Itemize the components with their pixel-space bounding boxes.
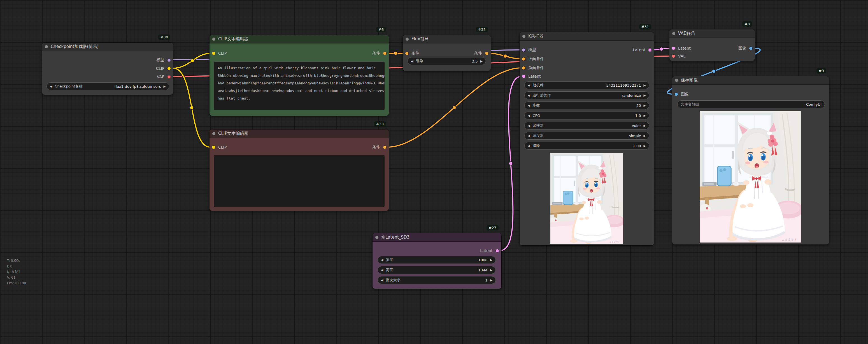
node-title-bar[interactable]: CLIP文本编码器 xyxy=(210,130,389,138)
input-slot-conditioning[interactable] xyxy=(405,52,409,55)
node-id-badge: #33 xyxy=(374,121,386,127)
node-checkpoint-loader[interactable]: #30 Checkpoint加载器(简易) 模型 CLIP VAE ◀ Chec… xyxy=(42,42,173,95)
output-slot-conditioning[interactable] xyxy=(383,52,386,55)
node-ksampler[interactable]: #31 K采样器 模型 Latent 正面条件 负面条件 Latent ◀ 随机… xyxy=(520,32,654,245)
widget-scheduler[interactable]: ◀ 调度器 simple ▶ xyxy=(524,132,649,140)
output-label-conditioning: 条件 xyxy=(372,145,380,150)
graph-canvas[interactable]: #30 Checkpoint加载器(简易) 模型 CLIP VAE ◀ Chec… xyxy=(0,0,868,344)
increment-arrow-icon[interactable]: ▶ xyxy=(644,94,646,97)
input-slot-clip[interactable] xyxy=(212,52,215,55)
decrement-arrow-icon[interactable]: ◀ xyxy=(528,94,530,97)
widget-checkpoint-name[interactable]: ◀ Checkpoint名称 flux1-dev-fp8.safetensors… xyxy=(46,82,169,90)
node-save-image[interactable]: #9 保存图像 图像 文件名前缀 ComfyUI xyxy=(672,76,829,245)
decrement-arrow-icon[interactable]: ◀ xyxy=(381,268,383,272)
widget-batch-size[interactable]: ◀ 批次大小 1 ▶ xyxy=(378,276,496,284)
node-title-bar[interactable]: VAE解码 xyxy=(670,29,755,38)
node-title-bar[interactable]: 保存图像 xyxy=(672,76,829,85)
widget-value: 1 xyxy=(485,278,487,282)
increment-arrow-icon[interactable]: ▶ xyxy=(490,258,492,262)
link-midpoint-dot[interactable] xyxy=(660,47,663,51)
decrement-arrow-icon[interactable]: ◀ xyxy=(528,84,530,87)
increment-arrow-icon[interactable]: ▶ xyxy=(644,84,646,87)
widget-sampler-name[interactable]: ◀ 采样器 euler ▶ xyxy=(524,122,649,130)
node-id-badge: #35 xyxy=(476,27,488,32)
increment-arrow-icon[interactable]: ▶ xyxy=(644,134,646,137)
increment-arrow-icon[interactable]: ▶ xyxy=(480,60,483,63)
widget-guidance[interactable]: ◀ 引导 3.5 ▶ xyxy=(407,57,486,65)
decrement-arrow-icon[interactable]: ◀ xyxy=(381,258,383,262)
widget-steps[interactable]: ◀ 步数 20 ▶ xyxy=(524,102,649,109)
decrement-arrow-icon[interactable]: ◀ xyxy=(528,144,530,147)
widget-seed[interactable]: ◀ 随机种 543211169352171 ▶ xyxy=(524,81,649,89)
node-clip-text-encode-positive[interactable]: #6 CLIP文本编码器 CLIP 条件 An illustration of … xyxy=(210,35,389,116)
increment-arrow-icon[interactable]: ▶ xyxy=(163,85,166,88)
input-slot-model[interactable] xyxy=(522,48,525,52)
node-title-bar[interactable]: Flux引导 xyxy=(403,35,491,44)
decrement-arrow-icon[interactable]: ◀ xyxy=(528,104,530,107)
widget-cfg[interactable]: ◀ CFG 1.0 ▶ xyxy=(524,112,649,119)
output-slot-image[interactable] xyxy=(749,47,753,50)
increment-arrow-icon[interactable]: ▶ xyxy=(490,279,492,282)
input-slot-latent[interactable] xyxy=(672,47,675,50)
node-empty-latent-sd3[interactable]: #27 空Latent_SD3 Latent ◀ 宽度 1008 ▶ ◀ 高度 … xyxy=(373,233,501,289)
output-slot-latent[interactable] xyxy=(495,249,499,253)
decrement-arrow-icon[interactable]: ◀ xyxy=(381,279,383,282)
collapse-dot-icon[interactable] xyxy=(675,79,678,82)
link-midpoint-dot[interactable] xyxy=(509,162,513,165)
prompt-textarea[interactable] xyxy=(214,155,384,207)
widget-control-after-generate[interactable]: ◀ 运行后操作 randomize ▶ xyxy=(524,91,649,99)
increment-arrow-icon[interactable]: ▶ xyxy=(490,268,492,272)
wire-flux-to-positive xyxy=(489,53,522,59)
collapse-dot-icon[interactable] xyxy=(212,132,215,135)
increment-arrow-icon[interactable]: ▶ xyxy=(644,114,646,117)
node-title-bar[interactable]: CLIP文本编码器 xyxy=(210,35,389,44)
output-slot-vae[interactable] xyxy=(167,75,171,79)
link-midpoint-dot[interactable] xyxy=(453,106,456,109)
input-slot-clip[interactable] xyxy=(212,145,215,149)
node-title: 保存图像 xyxy=(681,78,698,83)
prompt-line: ähd bédehwjehmhThpfbaérahdtffedsempsaànd… xyxy=(218,79,381,87)
output-slot-latent[interactable] xyxy=(648,48,652,52)
collapse-dot-icon[interactable] xyxy=(45,45,48,48)
collapse-dot-icon[interactable] xyxy=(522,35,525,38)
input-slot-positive[interactable] xyxy=(522,57,525,61)
output-slot-model[interactable] xyxy=(167,58,171,62)
link-midpoint-dot[interactable] xyxy=(712,69,716,73)
node-title-bar[interactable]: K采样器 xyxy=(520,32,654,41)
collapse-dot-icon[interactable] xyxy=(375,236,378,239)
increment-arrow-icon[interactable]: ▶ xyxy=(644,124,646,127)
widget-label: 降噪 xyxy=(532,143,540,148)
node-vae-decode[interactable]: #8 VAE解码 Latent 图像 VAE xyxy=(670,29,755,61)
decrement-arrow-icon[interactable]: ◀ xyxy=(528,114,530,117)
collapse-dot-icon[interactable] xyxy=(212,37,215,41)
node-title-bar[interactable]: 空Latent_SD3 xyxy=(373,233,501,242)
widget-filename-prefix[interactable]: 文件名前缀 ComfyUI xyxy=(677,101,825,108)
collapse-dot-icon[interactable] xyxy=(406,37,409,41)
increment-arrow-icon[interactable]: ▶ xyxy=(644,144,646,147)
link-midpoint-dot[interactable] xyxy=(503,54,507,58)
prompt-textarea[interactable]: An illustration of a girl with cherry bl… xyxy=(214,62,384,110)
input-slot-latent[interactable] xyxy=(522,75,525,78)
output-slot-conditioning[interactable] xyxy=(485,52,489,55)
collapse-dot-icon[interactable] xyxy=(672,32,675,35)
link-midpoint-dot[interactable] xyxy=(190,59,194,62)
increment-arrow-icon[interactable]: ▶ xyxy=(644,104,646,107)
output-slot-conditioning[interactable] xyxy=(383,145,386,149)
node-title-bar[interactable]: Checkpoint加载器(简易) xyxy=(42,42,173,51)
decrement-arrow-icon[interactable]: ◀ xyxy=(528,124,530,127)
decrement-arrow-icon[interactable]: ◀ xyxy=(528,134,530,137)
output-slot-clip[interactable] xyxy=(167,67,171,70)
stat-time: T: 0.00s xyxy=(7,258,26,263)
decrement-arrow-icon[interactable]: ◀ xyxy=(50,85,52,88)
input-slot-negative[interactable] xyxy=(522,66,525,70)
widget-denoise[interactable]: ◀ 降噪 1.00 ▶ xyxy=(524,142,649,150)
widget-height[interactable]: ◀ 高度 1344 ▶ xyxy=(378,266,496,274)
widget-width[interactable]: ◀ 宽度 1008 ▶ xyxy=(378,256,496,264)
input-slot-image[interactable] xyxy=(675,92,678,96)
node-flux-guidance[interactable]: #35 Flux引导 条件 条件 ◀ 引导 3.5 ▶ xyxy=(403,35,491,71)
link-midpoint-dot[interactable] xyxy=(190,106,193,110)
link-midpoint-dot[interactable] xyxy=(394,52,398,55)
decrement-arrow-icon[interactable]: ◀ xyxy=(411,60,413,63)
node-clip-text-encode-negative[interactable]: #33 CLIP文本编码器 CLIP 条件 xyxy=(210,130,389,211)
input-slot-vae[interactable] xyxy=(672,54,675,58)
